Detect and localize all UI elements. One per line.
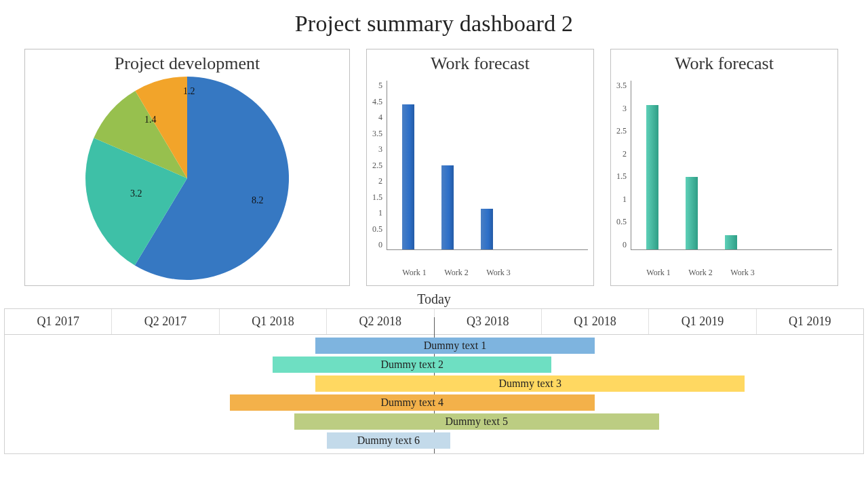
bar1-title: Work forecast (372, 54, 588, 74)
pie-label-c: 1.4 (144, 115, 157, 125)
pie-title: Project development (31, 54, 344, 74)
gantt-bar-6: Dummy text 6 (327, 432, 450, 449)
bar2-x-b: Work 2 (686, 268, 715, 278)
bar2-bar-b (686, 177, 698, 249)
pie-card: Project development 8.2 3.2 1.4 1.2 (24, 49, 350, 286)
bar2-chart: 3.5 3 2.5 2 1.5 1 0.5 0 (616, 77, 832, 266)
bar2-x-a: Work 1 (644, 268, 673, 278)
bar1-x-labels: Work 1 Work 2 Work 3 (399, 268, 588, 278)
tick: 0 (623, 240, 627, 250)
tick: 3.5 (616, 81, 627, 91)
bar2-y-axis: 3.5 3 2.5 2 1.5 1 0.5 0 (616, 81, 631, 250)
bar2-card: Work forecast 3.5 3 2.5 2 1.5 1 0.5 0 (610, 49, 838, 286)
pie-label-d: 1.2 (183, 86, 195, 97)
tick: 3.5 (372, 129, 382, 139)
bar2-title: Work forecast (616, 54, 832, 74)
bar2-bar-a (646, 105, 658, 249)
bar1-x-a: Work 1 (399, 268, 429, 278)
bar2-plot (631, 81, 832, 250)
quarter-cell: Q1 2018 (220, 309, 327, 334)
gantt-bar-4: Dummy text 4 (230, 394, 595, 411)
tick: 1 (378, 208, 382, 218)
quarter-cell: Q1 2019 (649, 309, 756, 334)
bar1-bar-b (441, 165, 454, 250)
tick: 1.5 (616, 171, 627, 182)
tick: 2.5 (616, 126, 627, 136)
pie-label-b: 3.2 (130, 188, 142, 199)
gantt-bar-1: Dummy text 1 (315, 338, 594, 354)
quarter-cell: Q2 2018 (327, 309, 434, 334)
tick: 3 (623, 104, 627, 114)
gantt-bar-5: Dummy text 5 (294, 413, 659, 430)
bar1-plot (387, 81, 588, 250)
tick: 2.5 (372, 161, 382, 171)
bar1-x-b: Work 2 (441, 268, 471, 278)
gantt-body: Dummy text 1 Dummy text 2 Dummy text 3 D… (4, 335, 864, 454)
quarter-cell: Q1 2018 (542, 309, 649, 334)
tick: 4.5 (372, 97, 382, 107)
pie-svg (85, 77, 289, 280)
bar2-x-labels: Work 1 Work 2 Work 3 (644, 268, 832, 278)
gantt-wrap: Today Q1 2017 Q2 2017 Q1 2018 Q2 2018 Q3… (4, 291, 864, 454)
quarter-cell: Q1 2017 (5, 309, 112, 334)
page-title: Project summary dashboard 2 (0, 11, 868, 37)
top-charts-row: Project development 8.2 3.2 1.4 1.2 Work… (24, 49, 844, 286)
tick: 0 (378, 240, 382, 250)
quarter-cell: Q1 2019 (757, 309, 863, 334)
tick: 1 (623, 195, 627, 205)
bar1-bar-c (481, 209, 493, 249)
tick: 4 (378, 113, 382, 123)
bar1-y-axis: 5 4.5 4 3.5 3 2.5 2 1.5 1 0.5 0 (372, 81, 387, 250)
gantt-bar-2: Dummy text 2 (273, 357, 551, 373)
quarter-cell: Q2 2017 (112, 309, 219, 334)
tick: 1.5 (372, 192, 382, 203)
bar1-bar-a (402, 104, 414, 249)
today-label: Today (4, 291, 864, 307)
tick: 0.5 (372, 224, 382, 235)
pie-label-a: 8.2 (252, 195, 264, 206)
tick: 3 (378, 144, 382, 155)
tick: 0.5 (616, 217, 627, 227)
bar1-card: Work forecast 5 4.5 4 3.5 3 2.5 2 1.5 1 … (366, 49, 594, 286)
bar2-x-c: Work 3 (728, 268, 757, 278)
bar1-x-c: Work 3 (484, 268, 513, 278)
tick: 2 (623, 149, 627, 159)
gantt-bar-3: Dummy text 3 (315, 375, 745, 392)
quarter-cell: Q3 2018 (435, 309, 542, 334)
tick: 5 (378, 81, 382, 91)
pie-chart: 8.2 3.2 1.4 1.2 (85, 77, 289, 280)
bar2-bar-c (725, 235, 737, 249)
bar1-chart: 5 4.5 4 3.5 3 2.5 2 1.5 1 0.5 0 (372, 77, 588, 266)
tick: 2 (378, 176, 382, 186)
